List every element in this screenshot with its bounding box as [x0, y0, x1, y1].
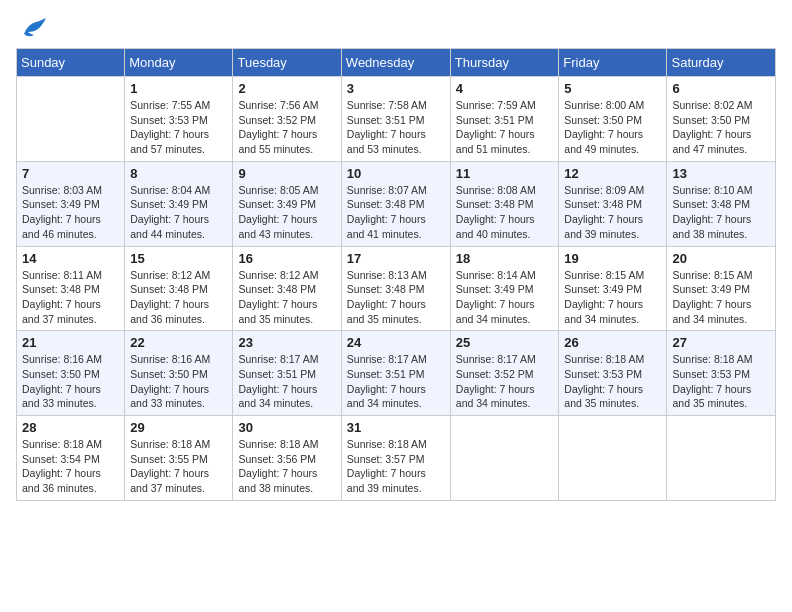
day-number: 22	[130, 335, 227, 350]
calendar-cell: 6Sunrise: 8:02 AMSunset: 3:50 PMDaylight…	[667, 77, 776, 162]
day-number: 12	[564, 166, 661, 181]
day-info: Sunrise: 8:16 AMSunset: 3:50 PMDaylight:…	[22, 352, 119, 411]
calendar-header-saturday: Saturday	[667, 49, 776, 77]
calendar-cell: 26Sunrise: 8:18 AMSunset: 3:53 PMDayligh…	[559, 331, 667, 416]
day-info: Sunrise: 8:11 AMSunset: 3:48 PMDaylight:…	[22, 268, 119, 327]
day-info: Sunrise: 8:03 AMSunset: 3:49 PMDaylight:…	[22, 183, 119, 242]
day-info: Sunrise: 8:02 AMSunset: 3:50 PMDaylight:…	[672, 98, 770, 157]
day-number: 9	[238, 166, 335, 181]
day-info: Sunrise: 8:04 AMSunset: 3:49 PMDaylight:…	[130, 183, 227, 242]
calendar-cell: 27Sunrise: 8:18 AMSunset: 3:53 PMDayligh…	[667, 331, 776, 416]
calendar-cell: 10Sunrise: 8:07 AMSunset: 3:48 PMDayligh…	[341, 161, 450, 246]
day-number: 21	[22, 335, 119, 350]
day-number: 29	[130, 420, 227, 435]
day-number: 20	[672, 251, 770, 266]
day-info: Sunrise: 8:16 AMSunset: 3:50 PMDaylight:…	[130, 352, 227, 411]
day-info: Sunrise: 8:08 AMSunset: 3:48 PMDaylight:…	[456, 183, 554, 242]
calendar-cell: 31Sunrise: 8:18 AMSunset: 3:57 PMDayligh…	[341, 416, 450, 501]
page-header	[16, 16, 776, 40]
logo-bird-icon	[20, 16, 48, 40]
calendar-cell: 3Sunrise: 7:58 AMSunset: 3:51 PMDaylight…	[341, 77, 450, 162]
calendar-header-thursday: Thursday	[450, 49, 559, 77]
calendar-week-row: 28Sunrise: 8:18 AMSunset: 3:54 PMDayligh…	[17, 416, 776, 501]
day-number: 23	[238, 335, 335, 350]
calendar-cell: 11Sunrise: 8:08 AMSunset: 3:48 PMDayligh…	[450, 161, 559, 246]
calendar-week-row: 14Sunrise: 8:11 AMSunset: 3:48 PMDayligh…	[17, 246, 776, 331]
day-number: 30	[238, 420, 335, 435]
calendar-cell: 28Sunrise: 8:18 AMSunset: 3:54 PMDayligh…	[17, 416, 125, 501]
day-info: Sunrise: 8:12 AMSunset: 3:48 PMDaylight:…	[130, 268, 227, 327]
day-number: 4	[456, 81, 554, 96]
calendar-header-monday: Monday	[125, 49, 233, 77]
day-info: Sunrise: 8:17 AMSunset: 3:51 PMDaylight:…	[347, 352, 445, 411]
day-info: Sunrise: 8:18 AMSunset: 3:56 PMDaylight:…	[238, 437, 335, 496]
day-number: 31	[347, 420, 445, 435]
day-number: 7	[22, 166, 119, 181]
day-info: Sunrise: 7:58 AMSunset: 3:51 PMDaylight:…	[347, 98, 445, 157]
day-number: 16	[238, 251, 335, 266]
day-number: 17	[347, 251, 445, 266]
day-info: Sunrise: 8:09 AMSunset: 3:48 PMDaylight:…	[564, 183, 661, 242]
calendar-cell	[450, 416, 559, 501]
day-number: 26	[564, 335, 661, 350]
day-info: Sunrise: 8:07 AMSunset: 3:48 PMDaylight:…	[347, 183, 445, 242]
calendar-cell: 21Sunrise: 8:16 AMSunset: 3:50 PMDayligh…	[17, 331, 125, 416]
calendar-header-sunday: Sunday	[17, 49, 125, 77]
day-info: Sunrise: 8:14 AMSunset: 3:49 PMDaylight:…	[456, 268, 554, 327]
day-info: Sunrise: 8:13 AMSunset: 3:48 PMDaylight:…	[347, 268, 445, 327]
calendar-cell: 15Sunrise: 8:12 AMSunset: 3:48 PMDayligh…	[125, 246, 233, 331]
calendar-cell: 12Sunrise: 8:09 AMSunset: 3:48 PMDayligh…	[559, 161, 667, 246]
day-info: Sunrise: 7:56 AMSunset: 3:52 PMDaylight:…	[238, 98, 335, 157]
day-info: Sunrise: 8:12 AMSunset: 3:48 PMDaylight:…	[238, 268, 335, 327]
day-number: 14	[22, 251, 119, 266]
calendar-cell: 8Sunrise: 8:04 AMSunset: 3:49 PMDaylight…	[125, 161, 233, 246]
calendar-cell	[17, 77, 125, 162]
calendar-cell: 19Sunrise: 8:15 AMSunset: 3:49 PMDayligh…	[559, 246, 667, 331]
calendar-header-row: SundayMondayTuesdayWednesdayThursdayFrid…	[17, 49, 776, 77]
calendar-cell: 20Sunrise: 8:15 AMSunset: 3:49 PMDayligh…	[667, 246, 776, 331]
calendar-table: SundayMondayTuesdayWednesdayThursdayFrid…	[16, 48, 776, 501]
calendar-cell: 16Sunrise: 8:12 AMSunset: 3:48 PMDayligh…	[233, 246, 341, 331]
day-number: 2	[238, 81, 335, 96]
day-number: 28	[22, 420, 119, 435]
day-number: 15	[130, 251, 227, 266]
calendar-week-row: 1Sunrise: 7:55 AMSunset: 3:53 PMDaylight…	[17, 77, 776, 162]
calendar-cell: 24Sunrise: 8:17 AMSunset: 3:51 PMDayligh…	[341, 331, 450, 416]
calendar-cell: 29Sunrise: 8:18 AMSunset: 3:55 PMDayligh…	[125, 416, 233, 501]
calendar-cell: 23Sunrise: 8:17 AMSunset: 3:51 PMDayligh…	[233, 331, 341, 416]
day-info: Sunrise: 7:59 AMSunset: 3:51 PMDaylight:…	[456, 98, 554, 157]
day-number: 11	[456, 166, 554, 181]
calendar-cell: 17Sunrise: 8:13 AMSunset: 3:48 PMDayligh…	[341, 246, 450, 331]
day-number: 13	[672, 166, 770, 181]
calendar-cell: 18Sunrise: 8:14 AMSunset: 3:49 PMDayligh…	[450, 246, 559, 331]
day-number: 27	[672, 335, 770, 350]
day-info: Sunrise: 8:17 AMSunset: 3:51 PMDaylight:…	[238, 352, 335, 411]
day-info: Sunrise: 8:05 AMSunset: 3:49 PMDaylight:…	[238, 183, 335, 242]
day-info: Sunrise: 8:17 AMSunset: 3:52 PMDaylight:…	[456, 352, 554, 411]
calendar-header-tuesday: Tuesday	[233, 49, 341, 77]
calendar-week-row: 21Sunrise: 8:16 AMSunset: 3:50 PMDayligh…	[17, 331, 776, 416]
day-info: Sunrise: 8:18 AMSunset: 3:53 PMDaylight:…	[564, 352, 661, 411]
calendar-cell	[667, 416, 776, 501]
calendar-cell: 13Sunrise: 8:10 AMSunset: 3:48 PMDayligh…	[667, 161, 776, 246]
day-info: Sunrise: 8:18 AMSunset: 3:57 PMDaylight:…	[347, 437, 445, 496]
calendar-header-friday: Friday	[559, 49, 667, 77]
day-number: 24	[347, 335, 445, 350]
day-info: Sunrise: 7:55 AMSunset: 3:53 PMDaylight:…	[130, 98, 227, 157]
day-info: Sunrise: 8:18 AMSunset: 3:53 PMDaylight:…	[672, 352, 770, 411]
calendar-cell: 5Sunrise: 8:00 AMSunset: 3:50 PMDaylight…	[559, 77, 667, 162]
day-number: 5	[564, 81, 661, 96]
calendar-cell	[559, 416, 667, 501]
calendar-cell: 1Sunrise: 7:55 AMSunset: 3:53 PMDaylight…	[125, 77, 233, 162]
calendar-header-wednesday: Wednesday	[341, 49, 450, 77]
day-info: Sunrise: 8:18 AMSunset: 3:54 PMDaylight:…	[22, 437, 119, 496]
day-info: Sunrise: 8:10 AMSunset: 3:48 PMDaylight:…	[672, 183, 770, 242]
logo	[16, 16, 48, 40]
calendar-cell: 14Sunrise: 8:11 AMSunset: 3:48 PMDayligh…	[17, 246, 125, 331]
day-number: 6	[672, 81, 770, 96]
calendar-week-row: 7Sunrise: 8:03 AMSunset: 3:49 PMDaylight…	[17, 161, 776, 246]
day-number: 19	[564, 251, 661, 266]
day-info: Sunrise: 8:15 AMSunset: 3:49 PMDaylight:…	[672, 268, 770, 327]
day-number: 10	[347, 166, 445, 181]
calendar-cell: 30Sunrise: 8:18 AMSunset: 3:56 PMDayligh…	[233, 416, 341, 501]
